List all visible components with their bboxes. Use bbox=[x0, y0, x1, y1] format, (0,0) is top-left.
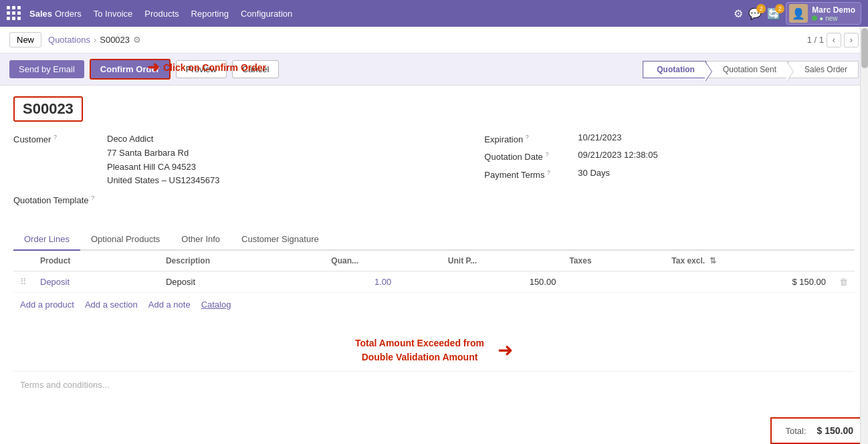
annotation-subtitle: Double Validation Amount bbox=[355, 350, 484, 364]
total-label: Total: bbox=[785, 426, 806, 436]
top-navigation: Sales Orders To Invoice Products Reporti… bbox=[0, 0, 868, 27]
th-tax-excl: Tax excl. ⇅ bbox=[665, 251, 833, 271]
payment-terms-field-row: Payment Terms ? 30 Days bbox=[484, 168, 855, 180]
order-id: S00023 bbox=[13, 96, 83, 122]
user-status: ● new bbox=[812, 15, 855, 22]
avatar: 👤 bbox=[789, 4, 808, 23]
table-row: ⠿ Deposit Deposit 1.00 150.00 $ 150.00 🗑 bbox=[13, 271, 855, 292]
add-links: Add a product Add a section Add a note C… bbox=[13, 293, 855, 316]
breadcrumb-current: S00023 bbox=[100, 35, 130, 45]
confirm-annotation-text: Click on Confirm Order bbox=[163, 62, 266, 73]
next-arrow[interactable]: › bbox=[844, 33, 859, 47]
delete-icon[interactable]: 🗑 bbox=[839, 277, 848, 287]
messages-badge: 2 bbox=[756, 4, 766, 13]
description-cell: Deposit bbox=[159, 271, 324, 292]
status-quotation-sent[interactable]: Quotation Sent bbox=[706, 61, 788, 78]
main-content: S00023 Customer ? Deco Addict 77 Santa B… bbox=[0, 86, 868, 444]
tab-order-lines[interactable]: Order Lines bbox=[13, 229, 80, 251]
total-value: $ 150.00 bbox=[817, 425, 854, 436]
status-pipeline: Quotation Quotation Sent Sales Order bbox=[643, 61, 859, 78]
payment-terms-value: 30 Days bbox=[578, 168, 610, 178]
tabs: Order Lines Optional Products Other Info… bbox=[13, 229, 855, 251]
status-quotation[interactable]: Quotation bbox=[643, 61, 706, 78]
expiration-label: Expiration ? bbox=[484, 132, 571, 144]
quantity-cell[interactable]: 1.00 bbox=[324, 271, 441, 292]
pagination-nav: 1 / 1 ‹ › bbox=[807, 33, 859, 47]
taxes-cell[interactable] bbox=[562, 271, 665, 292]
add-note-link[interactable]: Add a note bbox=[148, 300, 191, 310]
sort-icon[interactable]: ⇅ bbox=[710, 256, 716, 265]
status-sales-order[interactable]: Sales Order bbox=[788, 61, 859, 78]
activity-icon[interactable]: 🔄 2 bbox=[767, 7, 780, 20]
topnav-right: ⚙ 💬 2 🔄 2 👤 Marc Demo ● new bbox=[734, 2, 861, 25]
quotation-date-value: 09/21/2023 12:38:05 bbox=[578, 150, 657, 160]
form-section: Customer ? Deco Addict 77 Santa Barbara … bbox=[13, 132, 855, 215]
tax-excl-cell: $ 150.00 bbox=[665, 271, 833, 292]
confirm-annotation: ➜ Click on Confirm Order bbox=[147, 59, 266, 76]
user-info: Marc Demo ● new bbox=[812, 5, 855, 22]
add-section-link[interactable]: Add a section bbox=[85, 300, 138, 310]
th-quantity: Quan... bbox=[324, 251, 441, 271]
scrollbar[interactable] bbox=[860, 27, 868, 444]
drag-handle[interactable]: ⠿ bbox=[13, 271, 33, 292]
catalog-link[interactable]: Catalog bbox=[201, 300, 231, 310]
prev-arrow[interactable]: ‹ bbox=[827, 33, 841, 47]
annotation-area: Total Amount Exceeded from Double Valida… bbox=[13, 330, 855, 371]
settings-gear-icon[interactable]: ⚙ bbox=[133, 35, 141, 45]
nav-items: Orders To Invoice Products Reporting Con… bbox=[55, 9, 734, 19]
customer-label: Customer ? bbox=[13, 132, 100, 144]
tab-customer-signature[interactable]: Customer Signature bbox=[231, 229, 330, 251]
quotation-template-row: Quotation Template ? bbox=[13, 193, 457, 205]
form-right: Expiration ? 10/21/2023 Quotation Date ?… bbox=[484, 132, 855, 215]
th-unit-price: Unit P... bbox=[441, 251, 563, 271]
nav-orders[interactable]: Orders bbox=[55, 9, 82, 19]
new-button[interactable]: New bbox=[9, 32, 41, 47]
tab-optional-products[interactable]: Optional Products bbox=[80, 229, 171, 251]
delete-cell[interactable]: 🗑 bbox=[833, 271, 855, 292]
scrollbar-thumb[interactable] bbox=[861, 28, 868, 68]
quotation-template-label: Quotation Template ? bbox=[13, 193, 100, 205]
app-grid-icon[interactable] bbox=[7, 6, 21, 21]
pagination-text: 1 / 1 bbox=[807, 35, 824, 45]
add-product-link[interactable]: Add a product bbox=[20, 300, 74, 310]
user-chip[interactable]: 👤 Marc Demo ● new bbox=[786, 2, 861, 25]
breadcrumb-separator: › bbox=[94, 35, 96, 45]
user-name: Marc Demo bbox=[812, 5, 855, 15]
terms-placeholder[interactable]: Terms and conditions... bbox=[20, 380, 110, 390]
th-drag bbox=[13, 251, 33, 271]
table-header: Product Description Quan... Unit P... Ta… bbox=[13, 251, 855, 271]
customer-field-row: Customer ? Deco Addict 77 Santa Barbara … bbox=[13, 132, 457, 188]
th-product: Product bbox=[33, 251, 159, 271]
annotation-arrow: ➜ bbox=[498, 339, 513, 361]
quotation-date-label: Quotation Date ? bbox=[484, 150, 571, 162]
th-action bbox=[833, 251, 855, 271]
nav-app-name[interactable]: Sales bbox=[29, 9, 52, 19]
annotation-text: Total Amount Exceeded from Double Valida… bbox=[355, 336, 484, 364]
product-cell[interactable]: Deposit bbox=[33, 271, 159, 292]
breadcrumb-bar: New Quotations › S00023 ⚙ 1 / 1 ‹ › bbox=[0, 27, 868, 53]
th-taxes: Taxes bbox=[562, 251, 665, 271]
breadcrumb-link[interactable]: Quotations bbox=[48, 35, 90, 45]
nav-to-invoice[interactable]: To Invoice bbox=[94, 9, 133, 19]
quotation-date-field-row: Quotation Date ? 09/21/2023 12:38:05 bbox=[484, 150, 855, 162]
nav-reporting[interactable]: Reporting bbox=[191, 9, 229, 19]
activity-badge: 2 bbox=[775, 4, 784, 13]
action-bar: Send by Email Confirm Order Preview Canc… bbox=[0, 53, 868, 86]
nav-products[interactable]: Products bbox=[144, 9, 179, 19]
settings-icon[interactable]: ⚙ bbox=[734, 7, 743, 20]
unit-price-cell[interactable]: 150.00 bbox=[441, 271, 563, 292]
nav-configuration[interactable]: Configuration bbox=[241, 9, 292, 19]
order-table: Product Description Quan... Unit P... Ta… bbox=[13, 251, 855, 293]
payment-terms-label: Payment Terms ? bbox=[484, 168, 571, 180]
breadcrumb: Quotations › S00023 ⚙ bbox=[48, 35, 141, 45]
messages-icon[interactable]: 💬 2 bbox=[748, 7, 762, 20]
table-body: ⠿ Deposit Deposit 1.00 150.00 $ 150.00 🗑 bbox=[13, 271, 855, 292]
expiration-field-row: Expiration ? 10/21/2023 bbox=[484, 132, 855, 144]
customer-value: Deco Addict 77 Santa Barbara Rd Pleasant… bbox=[107, 132, 219, 188]
send-email-button[interactable]: Send by Email bbox=[9, 60, 84, 78]
tab-other-info[interactable]: Other Info bbox=[171, 229, 231, 251]
expiration-value: 10/21/2023 bbox=[578, 132, 621, 142]
terms-section: Terms and conditions... bbox=[13, 371, 855, 398]
annotation-title: Total Amount Exceeded from bbox=[355, 336, 484, 350]
total-bar: Total: $ 150.00 bbox=[770, 417, 868, 444]
